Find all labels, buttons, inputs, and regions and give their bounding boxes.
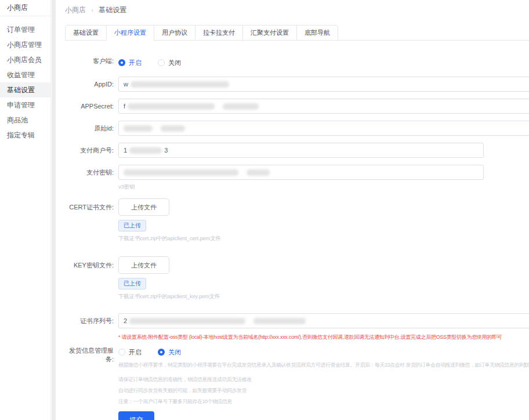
shipping-radio-on[interactable]: 开启 [118, 348, 142, 357]
pay-key-hint: v3密钥 [118, 183, 529, 191]
breadcrumb: 小商店 › 基础设置 [56, 0, 529, 15]
submit-button[interactable]: 提交 [118, 411, 154, 420]
client-radio-off[interactable]: 关闭 [158, 59, 181, 67]
cert-serial-row: 证书序列号: 2 [65, 313, 529, 328]
merchant-id-label: 支付商户号: [65, 143, 114, 158]
sidebar-item-order-management[interactable]: 订单管理 [0, 22, 50, 37]
redacted-value [129, 318, 245, 324]
appid-input[interactable]: w [118, 77, 529, 92]
sidebar-item-designated-album[interactable]: 指定专辑 [0, 128, 50, 143]
tab-bar: 基础设置 小程序设置 用户协议 拉卡拉支付 汇聚支付设置 底部导航 [65, 25, 529, 41]
breadcrumb-separator-icon: › [91, 6, 93, 13]
sidebar-item-application-management[interactable]: 申请管理 [0, 97, 50, 113]
shipping-desc-line: 注意：一个商户订单号下最多只能存在10个物流信息 [118, 396, 529, 407]
sidebar-item-shop-management[interactable]: 小商店管理 [0, 37, 50, 52]
cert-file-label: CERT证书文件: [65, 198, 114, 216]
shipping-desc-line: 根据微信小程序要求，特定类型的小程序需要在平台完成发货信息录入及确认收货流程后方… [118, 360, 529, 371]
radio-checked-icon [158, 349, 165, 356]
radio-unchecked-icon [158, 59, 165, 66]
appid-label: AppID: [65, 77, 114, 92]
settings-form: 客户端: 开启 关闭 AppID: w [65, 57, 529, 420]
radio-unchecked-icon [118, 349, 125, 356]
tab-lakala-pay[interactable]: 拉卡拉支付 [195, 25, 243, 41]
key-file-hint: 下载证书cert.zip中的apiclient_key.pem文件 [118, 293, 529, 300]
cert-uploaded-badge: 已上传 [118, 220, 146, 231]
appsecret-label: APPSecret: [65, 99, 114, 114]
original-id-row: 原始id: [65, 121, 529, 136]
client-label: 客户端: [65, 57, 114, 66]
sidebar-scrollbar[interactable] [52, 0, 56, 420]
breadcrumb-item-shop[interactable]: 小商店 [65, 6, 86, 14]
client-radio-group: 开启 关闭 [118, 57, 529, 68]
breadcrumb-item-basic-settings: 基础设置 [99, 6, 126, 14]
redacted-value [128, 103, 215, 110]
cert-serial-label: 证书序列号: [65, 313, 114, 328]
shipping-desc-line: 请保证订单物流信息的准确性，物流信息推送成功后无法修改 [118, 374, 529, 385]
pay-key-label: 支付密钥: [65, 165, 114, 180]
page: 小商店 订单管理 小商店管理 小商店会员 收益管理 基础设置 申请管理 商品池 … [0, 0, 529, 420]
shipping-service-row: 发货信息管理服务: 开启 关闭 根据微信小程序要求，特定类型的小程序需要 [65, 346, 529, 407]
redacted-value [124, 169, 238, 176]
client-row: 客户端: 开启 关闭 [65, 57, 529, 68]
tab-footer-nav[interactable]: 底部导航 [297, 25, 338, 41]
sidebar-item-basic-settings[interactable]: 基础设置 [0, 82, 50, 97]
merchant-id-input[interactable]: 1 3 [118, 143, 484, 158]
key-file-label: KEY密钥文件: [65, 256, 114, 274]
oss-warning-text: * 请设置系统-附件配置-oss类型 (local)-本地host设置为当前域名… [118, 333, 529, 341]
client-radio-on[interactable]: 开启 [118, 59, 142, 67]
cert-file-hint: 下载证书cert.zip中的apiclient_cert.pem文件 [118, 235, 529, 242]
redacted-value [124, 125, 153, 132]
key-uploaded-badge: 已上传 [118, 278, 146, 289]
original-id-label: 原始id: [65, 121, 114, 136]
oss-warning-row: * 请设置系统-附件配置-oss类型 (local)-本地host设置为当前域名… [65, 333, 529, 341]
main-content: 小商店 › 基础设置 基础设置 小程序设置 用户协议 拉卡拉支付 汇聚支付设置 … [56, 0, 529, 420]
sidebar-menu: 订单管理 小商店管理 小商店会员 收益管理 基础设置 申请管理 商品池 指定专辑 [0, 16, 50, 143]
original-id-input[interactable] [118, 121, 529, 136]
redacted-value [247, 169, 270, 176]
shipping-radio-group: 开启 关闭 [118, 347, 529, 357]
cert-upload-button[interactable]: 上传文件 [118, 198, 169, 216]
shipping-service-label: 发货信息管理服务: [65, 346, 114, 364]
radio-checked-icon [118, 59, 125, 66]
tab-huiju-pay-settings[interactable]: 汇聚支付设置 [243, 25, 297, 41]
appsecret-input[interactable]: f [118, 99, 529, 114]
tab-basic-settings[interactable]: 基础设置 [65, 25, 107, 41]
sidebar-item-revenue-management[interactable]: 收益管理 [0, 67, 50, 82]
cert-serial-input[interactable]: 2 [118, 313, 529, 328]
redacted-value [129, 147, 162, 154]
redacted-value [223, 103, 259, 110]
submit-row: 提交 [65, 411, 529, 420]
key-file-row: KEY密钥文件: 上传文件 已上传 下载证书cert.zip中的apiclien… [65, 256, 529, 300]
key-upload-button[interactable]: 上传文件 [118, 256, 169, 274]
shipping-radio-off[interactable]: 关闭 [158, 348, 181, 357]
sidebar-title: 小商店 [0, 0, 50, 16]
sidebar-item-shop-members[interactable]: 小商店会员 [0, 52, 50, 67]
redacted-value [253, 318, 306, 324]
appsecret-row: APPSecret: f [65, 99, 529, 114]
tab-miniprogram-settings[interactable]: 小程序设置 [107, 25, 154, 41]
sidebar-item-product-pool[interactable]: 商品池 [0, 113, 50, 128]
redacted-value [131, 81, 229, 88]
merchant-id-row: 支付商户号: 1 3 [65, 143, 529, 158]
shipping-description: 根据微信小程序要求，特定类型的小程序需要在平台完成发货信息录入及确认收货流程后方… [118, 360, 529, 407]
tab-user-agreement[interactable]: 用户协议 [154, 25, 195, 41]
pay-key-input[interactable] [118, 165, 484, 180]
sidebar: 小商店 订单管理 小商店管理 小商店会员 收益管理 基础设置 申请管理 商品池 … [0, 0, 51, 420]
redacted-value [161, 125, 185, 132]
pay-key-row: 支付密钥: v3密钥 [65, 165, 529, 191]
cert-file-row: CERT证书文件: 上传文件 已上传 下载证书cert.zip中的apiclie… [65, 198, 529, 242]
shipping-desc-line: 自动进行同步发货有失败的可能，如失败需要手动同步发货 [118, 385, 529, 396]
appid-row: AppID: w [65, 77, 529, 92]
